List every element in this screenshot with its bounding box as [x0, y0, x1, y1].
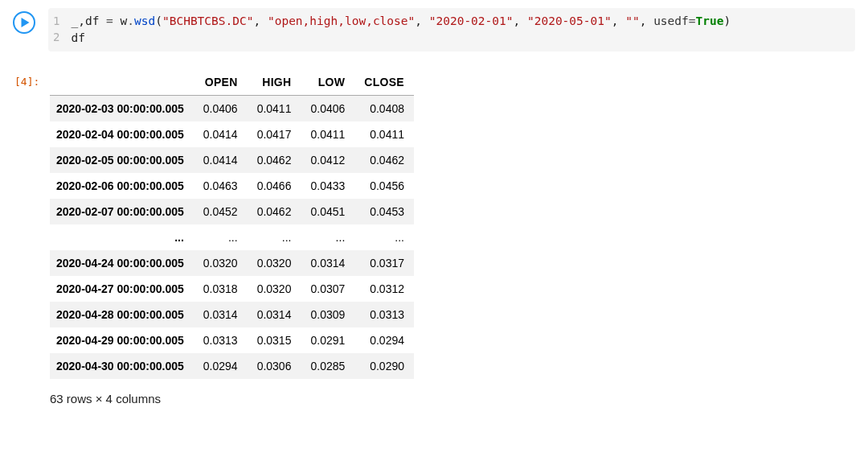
cell-value: 0.0309	[301, 302, 354, 327]
cell-value: 0.0306	[248, 353, 301, 379]
cell-value: 0.0462	[354, 147, 414, 173]
dataframe-header-row: OPEN HIGH LOW CLOSE	[50, 69, 414, 96]
code-token: usedf	[653, 14, 689, 27]
line-number: 1	[53, 13, 59, 29]
play-icon	[21, 18, 30, 27]
cell-value: 0.0412	[301, 147, 354, 173]
cell-value: 0.0453	[354, 199, 414, 224]
column-header: LOW	[301, 69, 354, 96]
dataframe-corner	[50, 69, 194, 96]
code-token: w	[121, 14, 128, 27]
cell-value: 0.0414	[194, 121, 248, 147]
column-header: OPEN	[194, 69, 248, 96]
row-index: 2020-02-06 00:00:00.005	[50, 173, 194, 199]
table-row: 2020-04-24 00:00:00.0050.03200.03200.031…	[50, 250, 414, 276]
run-button[interactable]	[13, 11, 35, 34]
table-row: 2020-02-03 00:00:00.0050.04060.04110.040…	[50, 96, 414, 122]
code-editor[interactable]: 1 2 _,df = w.wsd("BCHBTCBS.DC", "open,hi…	[48, 8, 855, 51]
code-token: )	[723, 14, 731, 27]
cell-value: 0.0318	[194, 276, 248, 302]
row-index: 2020-04-28 00:00:00.005	[50, 302, 194, 327]
table-row: 2020-04-27 00:00:00.0050.03180.03200.030…	[50, 276, 414, 302]
code-content[interactable]: _,df = w.wsd("BCHBTCBS.DC", "open,high,l…	[71, 13, 731, 47]
code-token: ""	[625, 14, 639, 27]
code-token: =	[106, 14, 120, 27]
cell-value: ...	[354, 224, 414, 250]
code-token: wsd	[134, 14, 155, 27]
row-index: 2020-04-29 00:00:00.005	[50, 327, 194, 353]
cell-value: 0.0320	[248, 250, 301, 276]
code-token: ,	[253, 14, 267, 27]
cell-value: ...	[194, 224, 248, 250]
output-prompt: [4]:	[13, 76, 50, 88]
code-token: "2020-02-01"	[429, 14, 514, 27]
code-token: "BCHBTCBS.DC"	[162, 14, 254, 27]
cell-value: 0.0312	[354, 276, 414, 302]
cell-value: 0.0406	[194, 96, 248, 122]
code-token: True	[696, 14, 724, 27]
cell-value: 0.0313	[354, 302, 414, 327]
cell-value: ...	[301, 224, 354, 250]
table-row: 2020-04-28 00:00:00.0050.03140.03140.030…	[50, 302, 414, 327]
code-token: _,df	[71, 14, 106, 27]
cell-value: 0.0411	[354, 121, 414, 147]
cell-value: 0.0314	[194, 302, 248, 327]
code-token: "open,high,low,close"	[268, 14, 415, 27]
cell-value: ...	[248, 224, 301, 250]
row-index: 2020-04-24 00:00:00.005	[50, 250, 194, 276]
row-index: 2020-02-03 00:00:00.005	[50, 96, 194, 122]
row-index: 2020-02-07 00:00:00.005	[50, 199, 194, 224]
table-row: 2020-02-07 00:00:00.0050.04520.04620.045…	[50, 199, 414, 224]
dataframe-tbody: 2020-02-03 00:00:00.0050.04060.04110.040…	[50, 96, 414, 380]
table-row: ...............	[50, 224, 414, 250]
cell-value: 0.0294	[354, 327, 414, 353]
cell-value: 0.0462	[248, 147, 301, 173]
code-token: =	[689, 14, 696, 27]
cell-value: 0.0451	[301, 199, 354, 224]
cell-value: 0.0314	[301, 250, 354, 276]
cell-value: 0.0452	[194, 199, 248, 224]
table-row: 2020-02-05 00:00:00.0050.04140.04620.041…	[50, 147, 414, 173]
line-gutter: 1 2	[53, 13, 71, 47]
table-row: 2020-02-06 00:00:00.0050.04630.04660.043…	[50, 173, 414, 199]
cell-value: 0.0314	[248, 302, 301, 327]
code-cell: 1 2 _,df = w.wsd("BCHBTCBS.DC", "open,hi…	[13, 8, 855, 51]
cell-value: 0.0406	[301, 96, 354, 122]
cell-value: 0.0466	[248, 173, 301, 199]
cell-value: 0.0317	[354, 250, 414, 276]
table-row: 2020-04-29 00:00:00.0050.03130.03150.029…	[50, 327, 414, 353]
cell-value: 0.0411	[301, 121, 354, 147]
cell-value: 0.0433	[301, 173, 354, 199]
cell-value: 0.0463	[194, 173, 248, 199]
cell-value: 0.0291	[301, 327, 354, 353]
dataframe-table: OPEN HIGH LOW CLOSE 2020-02-03 00:00:00.…	[50, 69, 414, 379]
column-header: HIGH	[248, 69, 301, 96]
cell-value: 0.0408	[354, 96, 414, 122]
column-header: CLOSE	[354, 69, 414, 96]
output-cell: [4]: OPEN HIGH LOW CLOSE 2020-02-03 00:0…	[13, 69, 855, 405]
line-number: 2	[53, 29, 59, 45]
row-index: ...	[50, 224, 194, 250]
cell-value: 0.0320	[194, 250, 248, 276]
cell-value: 0.0462	[248, 199, 301, 224]
cell-value: 0.0417	[248, 121, 301, 147]
dataframe-output: OPEN HIGH LOW CLOSE 2020-02-03 00:00:00.…	[50, 69, 414, 405]
table-row: 2020-02-04 00:00:00.0050.04140.04170.041…	[50, 121, 414, 147]
cell-value: 0.0290	[354, 353, 414, 379]
dataframe-thead: OPEN HIGH LOW CLOSE	[50, 69, 414, 96]
cell-value: 0.0285	[301, 353, 354, 379]
row-index: 2020-04-27 00:00:00.005	[50, 276, 194, 302]
dataframe-shape: 63 rows × 4 columns	[50, 392, 414, 405]
code-token: df	[71, 31, 84, 44]
code-token: "2020-05-01"	[527, 14, 612, 27]
cell-value: 0.0294	[194, 353, 248, 379]
cell-value: 0.0313	[194, 327, 248, 353]
cell-value: 0.0315	[248, 327, 301, 353]
code-token: ,	[612, 14, 625, 27]
cell-value: 0.0320	[248, 276, 301, 302]
row-index: 2020-02-05 00:00:00.005	[50, 147, 194, 173]
cell-value: 0.0414	[194, 147, 248, 173]
code-token: .	[127, 14, 134, 27]
code-token: (	[155, 14, 162, 27]
cell-value: 0.0456	[354, 173, 414, 199]
